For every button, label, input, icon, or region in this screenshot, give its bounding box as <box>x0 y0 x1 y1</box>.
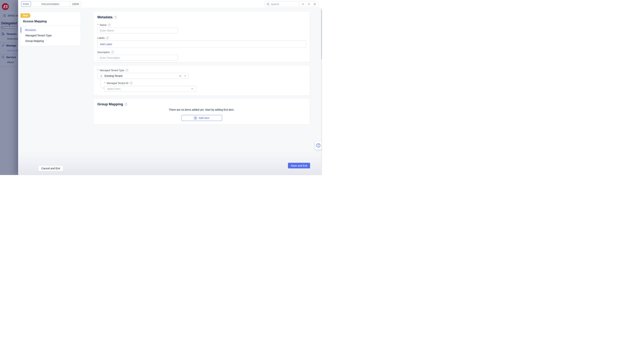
chevron-down-icon <box>184 75 186 77</box>
tab-documentation[interactable]: Documentation <box>31 1 70 6</box>
search-divider <box>299 2 299 6</box>
chevron-up-icon <box>302 3 304 5</box>
nav-divider <box>21 25 80 26</box>
drawer-topbar: Form Documentation JSON <box>18 0 322 8</box>
section-collapse-notch-icon[interactable] <box>22 25 26 27</box>
group-mapping-section-card: Group Mapping ? There are no items added… <box>93 99 310 124</box>
f5-logo-icon[interactable]: f5 <box>2 3 9 10</box>
search-bar <box>264 1 318 7</box>
group-mapping-section-title: Group Mapping ? <box>98 99 306 106</box>
search-next-button[interactable] <box>306 2 311 6</box>
labels-field-label: Labels ? <box>98 36 306 39</box>
info-icon <box>2 56 4 59</box>
app-sidebar: f5 Select se Delegated Private Preview <box>0 0 18 175</box>
add-label-button[interactable]: Add Label <box>100 43 112 46</box>
tenant-type-section-card: * Managed Tenant Type ? Existing Tenant <box>93 65 310 96</box>
new-badge: New <box>20 13 30 18</box>
section-nav-card: New Access Mapping Metadata Managed Tena… <box>20 12 81 46</box>
cancel-and-exit-button[interactable]: Cancel and Exit <box>38 165 63 171</box>
help-button[interactable]: ? <box>315 141 322 150</box>
help-icon[interactable]: ? <box>114 16 117 19</box>
tenant-id-select[interactable]: Select Item <box>104 86 196 92</box>
help-icon[interactable]: ? <box>108 23 110 26</box>
screen: f5 Select se Delegated Private Preview <box>0 0 322 175</box>
grid-dots-icon <box>3 14 6 17</box>
drawer-title: Access Mapping <box>23 19 47 23</box>
sidebar-group-label: Service <box>6 56 16 59</box>
metadata-section-card: Metadata ? * Name ? Labels ? Add Label D… <box>93 11 310 62</box>
name-field[interactable] <box>98 28 178 33</box>
required-asterisk: * <box>104 82 105 84</box>
private-preview-badge: Private Preview <box>1 26 18 29</box>
sidebar-divider <box>0 42 18 43</box>
help-icon[interactable]: ? <box>125 103 128 106</box>
search-input[interactable] <box>271 3 298 6</box>
section-nav-list: Metadata Managed Tenant Type Group Mappi… <box>21 27 80 44</box>
sidebar-item-manage[interactable]: Manage <box>2 44 16 47</box>
sidebar-divider <box>0 31 18 31</box>
help-icon[interactable]: ? <box>130 82 132 84</box>
sidebar-group-label: Manage <box>6 44 16 47</box>
description-field[interactable] <box>98 55 178 61</box>
section-nav-item-group-mapping[interactable]: Group Mapping <box>21 38 80 44</box>
tenant-type-select[interactable]: Existing Tenant <box>98 73 188 79</box>
search-close-button[interactable] <box>312 2 317 6</box>
access-mapping-drawer: Form Documentation JSON <box>18 0 322 175</box>
chevron-down-icon <box>191 88 193 90</box>
description-field-label: Description ? <box>98 51 306 53</box>
search-prev-button[interactable] <box>301 2 305 6</box>
sidebar-item-service[interactable]: Service <box>2 56 16 59</box>
labels-field: Add Label <box>98 40 306 48</box>
help-icon[interactable]: ? <box>106 36 109 39</box>
sidebar-divider <box>0 66 18 67</box>
tab-form[interactable]: Form <box>21 1 31 7</box>
scrollbar-thumb[interactable] <box>321 10 322 59</box>
scrollbar-track[interactable] <box>321 8 322 175</box>
sidebar-item-overview[interactable]: Overview <box>7 37 18 40</box>
tenant-type-value: Existing Tenant <box>104 74 176 77</box>
sidebar-item-about[interactable]: About <box>7 61 14 64</box>
empty-state-text: There are no items added yet. Start by a… <box>98 108 306 111</box>
help-icon[interactable]: ? <box>111 51 114 53</box>
help-icon[interactable]: ? <box>126 69 128 72</box>
metadata-section-title: Metadata ? <box>98 11 306 19</box>
required-asterisk: * <box>98 69 98 72</box>
sidebar-item-tenants[interactable]: Tenants <box>2 32 17 35</box>
sidebar-group-label: Tenants <box>6 32 17 35</box>
save-and-exit-button[interactable]: Save and Exit <box>288 163 310 168</box>
sidebar-item-access-mapping[interactable]: Access M <box>7 49 18 52</box>
select-service-button[interactable]: Select se <box>1 13 18 18</box>
add-item-button[interactable]: Add Item <box>182 115 222 121</box>
section-nav-item-metadata[interactable]: Metadata <box>21 27 80 33</box>
footer-gradient <box>18 151 322 175</box>
tenant-type-field-label: * Managed Tenant Type ? <box>98 69 306 72</box>
plus-circle-icon <box>194 116 197 120</box>
connector-dot <box>103 88 104 88</box>
tenant-id-placeholder: Select Item <box>107 87 191 90</box>
nested-field-connector <box>100 79 104 88</box>
help-question-icon: ? <box>316 143 320 147</box>
tenant-id-field-label: * Managed Tenant ID ? <box>104 82 306 84</box>
clear-selection-button[interactable] <box>178 74 182 78</box>
select-service-label: Select se <box>8 14 18 17</box>
search-icon <box>267 3 270 5</box>
view-tabs: Form Documentation JSON <box>21 1 81 7</box>
sidebar-title: Delegated <box>1 21 17 25</box>
required-asterisk: * <box>98 23 98 26</box>
chevron-down-icon <box>308 3 310 5</box>
tab-json[interactable]: JSON <box>70 1 81 6</box>
tenants-icon <box>2 32 5 35</box>
section-nav-item-managed-tenant-type[interactable]: Managed Tenant Type <box>21 33 80 38</box>
pencil-icon <box>2 44 4 47</box>
branch-icon <box>100 74 103 77</box>
close-icon <box>314 3 316 5</box>
name-field-label: * Name ? <box>98 23 306 26</box>
clear-x-icon <box>179 75 181 77</box>
